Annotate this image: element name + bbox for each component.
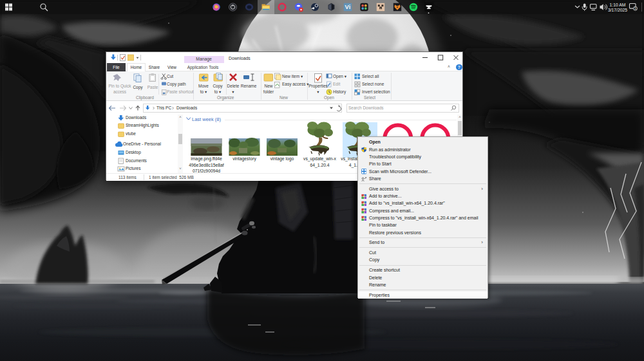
svg-text:S: S — [634, 6, 637, 10]
svg-text:Vi: Vi — [345, 3, 351, 10]
svg-text:3/17/2025: 3/17/2025 — [608, 8, 627, 12]
svg-text:1:10 AM: 1:10 AM — [610, 3, 626, 7]
